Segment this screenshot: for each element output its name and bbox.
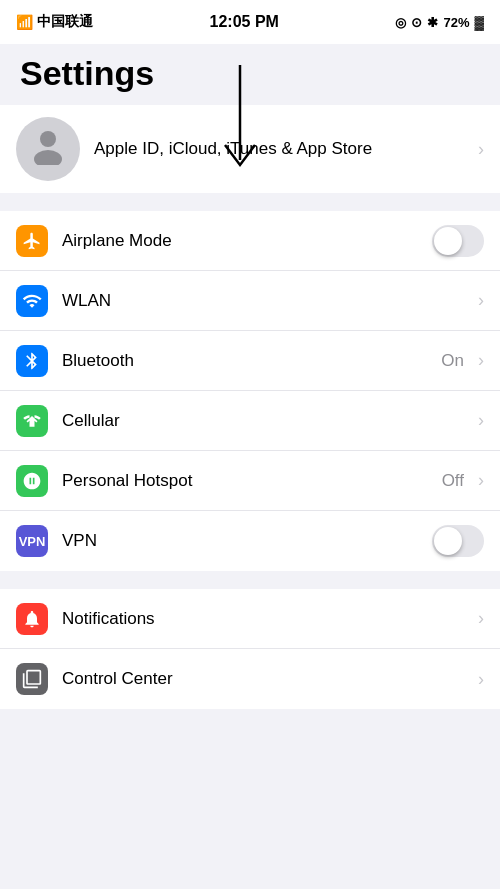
hotspot-label: Personal Hotspot: [62, 471, 442, 491]
apple-id-row[interactable]: Apple ID, iCloud, iTunes & App Store ›: [0, 105, 500, 193]
profile-chevron: ›: [478, 139, 484, 160]
status-left: 📶 中国联通: [16, 13, 93, 31]
control-center-chevron: ›: [478, 669, 484, 690]
airplane-label: Airplane Mode: [62, 231, 432, 251]
hotspot-icon: [22, 471, 42, 491]
notifications-icon: [22, 609, 42, 629]
carrier-label: 中国联通: [37, 13, 93, 31]
cellular-icon-wrap: [16, 405, 48, 437]
alarm-icon: ⊙: [411, 15, 422, 30]
wlan-chevron: ›: [478, 290, 484, 311]
control-center-icon-wrap: [16, 663, 48, 695]
signal-icon: 📶: [16, 14, 33, 30]
page-header: Settings: [0, 44, 500, 105]
status-time: 12:05 PM: [210, 13, 279, 31]
battery-icon: ▓: [475, 15, 484, 30]
wlan-icon-wrap: [16, 285, 48, 317]
bluetooth-icon: [22, 351, 42, 371]
system-section: Notifications › Control Center ›: [0, 589, 500, 709]
notifications-chevron: ›: [478, 608, 484, 629]
connectivity-section: Airplane Mode WLAN › Bluetooth On ›: [0, 211, 500, 571]
control-center-icon: [22, 669, 42, 689]
bluetooth-value: On: [441, 351, 464, 371]
wifi-icon: [22, 291, 42, 311]
bluetooth-icon-wrap: [16, 345, 48, 377]
hotspot-chevron: ›: [478, 470, 484, 491]
vpn-toggle[interactable]: [432, 525, 484, 557]
battery-label: 72%: [443, 15, 469, 30]
separator-1: [0, 193, 500, 211]
cellular-icon: [22, 411, 42, 431]
cellular-chevron: ›: [478, 410, 484, 431]
apple-id-label: Apple ID, iCloud, iTunes & App Store: [94, 138, 470, 160]
airplane-toggle[interactable]: [432, 225, 484, 257]
cellular-row[interactable]: Cellular ›: [0, 391, 500, 451]
status-bar: 📶 中国联通 12:05 PM ◎ ⊙ ✱ 72% ▓: [0, 0, 500, 44]
control-center-row[interactable]: Control Center ›: [0, 649, 500, 709]
notifications-label: Notifications: [62, 609, 470, 629]
airplane-mode-row[interactable]: Airplane Mode: [0, 211, 500, 271]
profile-section: Apple ID, iCloud, iTunes & App Store ›: [0, 105, 500, 193]
svg-point-1: [40, 131, 56, 147]
avatar: [16, 117, 80, 181]
vpn-icon: VPN: [19, 534, 46, 549]
notifications-row[interactable]: Notifications ›: [0, 589, 500, 649]
bluetooth-label: Bluetooth: [62, 351, 441, 371]
svg-point-2: [34, 150, 62, 165]
airplane-toggle-knob: [434, 227, 462, 255]
vpn-toggle-knob: [434, 527, 462, 555]
vpn-row[interactable]: VPN VPN: [0, 511, 500, 571]
status-right: ◎ ⊙ ✱ 72% ▓: [395, 15, 484, 30]
bluetooth-row[interactable]: Bluetooth On ›: [0, 331, 500, 391]
vpn-icon-wrap: VPN: [16, 525, 48, 557]
notifications-icon-wrap: [16, 603, 48, 635]
location-icon: ◎: [395, 15, 406, 30]
page-title: Settings: [20, 54, 480, 93]
airplane-icon: [22, 231, 42, 251]
airplane-icon-wrap: [16, 225, 48, 257]
vpn-label: VPN: [62, 531, 432, 551]
bluetooth-status-icon: ✱: [427, 15, 438, 30]
cellular-label: Cellular: [62, 411, 470, 431]
separator-2: [0, 571, 500, 589]
wlan-label: WLAN: [62, 291, 470, 311]
avatar-icon: [28, 125, 68, 174]
wlan-row[interactable]: WLAN ›: [0, 271, 500, 331]
hotspot-value: Off: [442, 471, 464, 491]
bluetooth-chevron: ›: [478, 350, 484, 371]
hotspot-row[interactable]: Personal Hotspot Off ›: [0, 451, 500, 511]
hotspot-icon-wrap: [16, 465, 48, 497]
control-center-label: Control Center: [62, 669, 470, 689]
